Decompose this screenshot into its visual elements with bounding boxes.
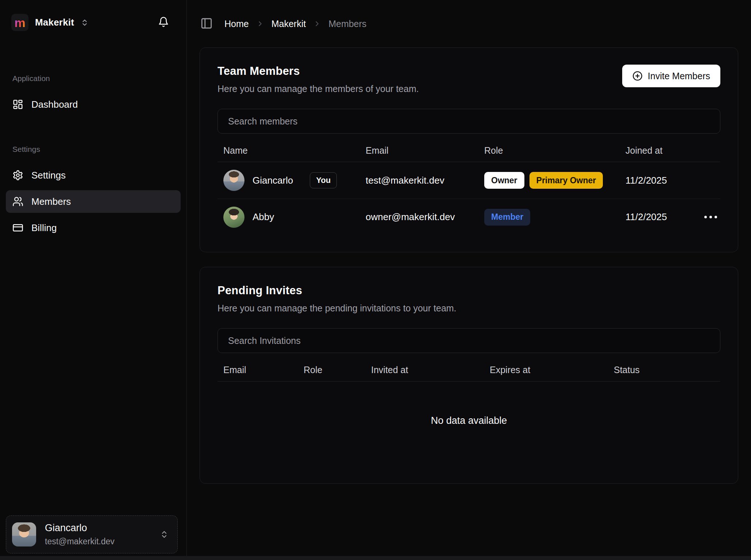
breadcrumb-members: Members	[328, 19, 366, 29]
column-header-expires-at: Expires at	[484, 365, 608, 375]
page-title: Team Members	[217, 65, 419, 78]
column-header-email: Email	[217, 365, 298, 375]
workspace-selector[interactable]: m Makerkit	[11, 14, 89, 31]
account-selector[interactable]: Giancarlo test@makerkit.dev	[6, 515, 178, 553]
table-row: Abby owner@makerkit.dev Member 11/2/2025	[217, 199, 720, 235]
main-content: Home Makerkit Members Team Members Here …	[187, 0, 751, 560]
sidebar-item-billing[interactable]: Billing	[6, 216, 181, 239]
pending-invites-heading: Pending Invites Here you can manage the …	[217, 284, 457, 314]
member-email: test@makerkit.dev	[360, 175, 478, 186]
panel-left-icon	[200, 17, 213, 30]
app-root: m Makerkit Application Dashboard	[0, 0, 751, 560]
notifications-button[interactable]	[157, 15, 170, 30]
avatar	[223, 207, 244, 228]
column-header-name: Name	[217, 145, 360, 156]
member-roles-cell: Owner Primary Owner	[478, 172, 620, 189]
breadcrumb: Home Makerkit Members	[224, 19, 366, 29]
sidebar-header: m Makerkit	[0, 0, 186, 31]
column-header-email: Email	[360, 145, 478, 156]
member-name: Abby	[253, 211, 274, 223]
invite-members-button[interactable]: Invite Members	[622, 65, 720, 87]
credit-card-icon	[12, 222, 23, 233]
breadcrumb-home[interactable]: Home	[224, 19, 249, 29]
column-header-role: Role	[478, 145, 620, 156]
sidebar-item-label: Settings	[31, 170, 66, 181]
column-header-role: Role	[298, 365, 365, 375]
chevron-right-icon	[256, 20, 264, 28]
sidebar-item-label: Billing	[31, 222, 57, 234]
you-badge: You	[310, 172, 337, 188]
chevron-right-icon	[313, 20, 321, 28]
member-roles-cell: Member	[478, 209, 620, 226]
member-name-cell: Abby	[217, 207, 360, 228]
nav-spacer	[6, 119, 181, 145]
column-header-invited-at: Invited at	[365, 365, 484, 375]
users-icon	[12, 196, 23, 207]
chevrons-up-down-icon	[81, 19, 89, 27]
search-invitations-input[interactable]	[217, 328, 720, 353]
sidebar-item-settings[interactable]: Settings	[6, 164, 181, 187]
makerkit-logo: m	[11, 14, 28, 31]
dashboard-icon	[12, 99, 23, 110]
search-members-input[interactable]	[217, 109, 720, 134]
invites-table-header: Email Role Invited at Expires at Status	[217, 359, 720, 381]
bottom-strip	[0, 556, 751, 560]
section-label-settings: Settings	[6, 145, 181, 154]
bell-icon	[158, 16, 169, 27]
account-info: Giancarlo test@makerkit.dev	[45, 522, 151, 546]
member-name: Giancarlo	[253, 175, 293, 186]
member-email: owner@makerkit.dev	[360, 211, 478, 223]
sidebar-item-label: Members	[31, 196, 71, 207]
member-joined-at: 11/2/2025	[620, 211, 695, 223]
circle-plus-icon	[632, 71, 643, 81]
sidebar-item-members[interactable]: Members	[6, 190, 181, 213]
section-label-application: Application	[6, 74, 181, 83]
member-actions-cell	[695, 212, 720, 222]
role-badge-primary-owner: Primary Owner	[529, 172, 603, 189]
gear-icon	[12, 170, 23, 181]
workspace-name: Makerkit	[35, 17, 74, 28]
pending-invites-header: Pending Invites Here you can manage the …	[217, 284, 720, 314]
page-description: Here you can manage the members of your …	[217, 84, 419, 94]
section-description: Here you can manage the pending invitati…	[217, 303, 457, 314]
sidebar-item-dashboard[interactable]: Dashboard	[6, 93, 181, 116]
account-email: test@makerkit.dev	[45, 537, 151, 546]
account-name: Giancarlo	[45, 522, 151, 534]
topbar: Home Makerkit Members	[187, 0, 751, 35]
members-table-header: Name Email Role Joined at	[217, 139, 720, 162]
sidebar-item-label: Dashboard	[31, 99, 78, 110]
avatar	[12, 522, 36, 546]
table-row: Giancarlo You test@makerkit.dev Owner Pr…	[217, 162, 720, 199]
logo-letter: m	[14, 16, 25, 29]
invite-members-label: Invite Members	[648, 71, 710, 81]
ellipsis-icon	[704, 216, 717, 218]
section-title: Pending Invites	[217, 284, 457, 297]
role-badge-member: Member	[484, 209, 530, 226]
sidebar-toggle-button[interactable]	[200, 16, 213, 31]
team-members-header: Team Members Here you can manage the mem…	[217, 65, 720, 94]
sidebar-nav: Application Dashboard Settings Settings	[0, 74, 186, 239]
column-header-status: Status	[608, 365, 720, 375]
member-joined-at: 11/2/2025	[620, 175, 695, 186]
team-members-card: Team Members Here you can manage the mem…	[200, 47, 738, 252]
row-actions-menu-button[interactable]	[701, 212, 721, 222]
breadcrumb-makerkit[interactable]: Makerkit	[271, 19, 306, 29]
team-members-heading: Team Members Here you can manage the mem…	[217, 65, 419, 94]
role-badge-owner: Owner	[484, 172, 524, 189]
chevrons-up-down-icon	[160, 530, 169, 539]
avatar	[223, 170, 244, 191]
sidebar: m Makerkit Application Dashboard	[0, 0, 187, 560]
empty-state-message: No data available	[217, 381, 720, 467]
member-name-cell: Giancarlo You	[217, 170, 360, 191]
column-header-joined-at: Joined at	[620, 145, 695, 156]
pending-invites-card: Pending Invites Here you can manage the …	[200, 267, 738, 484]
